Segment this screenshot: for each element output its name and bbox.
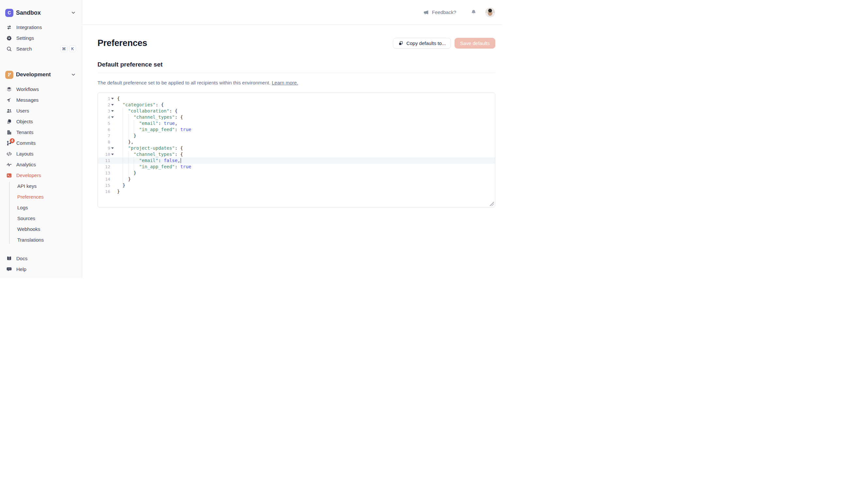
sidebar-subitem-sources[interactable]: Sources: [0, 213, 82, 224]
json-code-editor[interactable]: 1{2 "categories": {3 "collaboration": {4…: [97, 93, 495, 207]
code-text: },: [115, 139, 134, 145]
code-text: "email": true,: [115, 120, 177, 126]
fold-arrow-icon[interactable]: [110, 151, 115, 157]
sidebar-item-label: Messages: [16, 97, 76, 103]
sidebar-item-developers[interactable]: Developers: [0, 170, 82, 181]
code-text: }: [115, 176, 131, 182]
environment-switcher[interactable]: Development: [0, 68, 82, 81]
fold-gutter: [110, 176, 115, 182]
section-description: The default preference set to be applied…: [97, 80, 495, 85]
line-number: 8: [98, 139, 110, 145]
line-number: 14: [98, 176, 110, 182]
line-number: 5: [98, 120, 110, 126]
text-cursor: [181, 158, 181, 163]
fold-arrow-icon[interactable]: [110, 108, 115, 114]
main-content: Preferences Copy defaults to... Save def…: [82, 25, 502, 278]
fold-arrow-icon[interactable]: [110, 95, 115, 102]
sidebar-item-label: Analytics: [16, 162, 76, 167]
fold-gutter: [110, 182, 115, 188]
search-icon: [6, 46, 12, 52]
environment-name: Development: [16, 71, 71, 78]
avatar[interactable]: [485, 7, 495, 17]
fold-gutter: [110, 139, 115, 145]
line-number: 16: [98, 188, 110, 195]
code-line-12: 12 "in_app_feed": true: [98, 164, 495, 170]
bell-icon[interactable]: [470, 9, 477, 15]
feedback-button[interactable]: Feedback?: [423, 9, 456, 15]
sidebar-item-commits[interactable]: 4Commits: [0, 138, 82, 148]
sidebar-item-layouts[interactable]: Layouts: [0, 148, 82, 159]
line-number: 10: [98, 151, 110, 157]
fold-gutter: [110, 126, 115, 133]
sidebar-item-objects[interactable]: Objects: [0, 116, 82, 127]
line-number: 1: [98, 95, 110, 102]
sidebar-subitem-webhooks[interactable]: Webhooks: [0, 224, 82, 235]
fold-gutter: [110, 120, 115, 126]
sidebar-item-label: Users: [16, 108, 76, 114]
sidebar-item-label: Commits: [16, 140, 76, 146]
workspace-switcher[interactable]: C Sandbox: [0, 6, 82, 19]
building-icon: [6, 129, 12, 135]
save-defaults-button[interactable]: Save defaults: [455, 38, 495, 49]
line-number: 7: [98, 133, 110, 139]
sidebar-item-users[interactable]: Users: [0, 105, 82, 116]
sidebar-item-label: Objects: [16, 119, 76, 124]
code-line-1: 1{: [98, 95, 495, 102]
code-text: "in_app_feed": true: [115, 164, 191, 170]
sidebar-subitem-translations[interactable]: Translations: [0, 235, 82, 245]
resize-handle-icon[interactable]: [490, 202, 494, 206]
sidebar-item-workflows[interactable]: Workflows: [0, 84, 82, 95]
code-line-16: 16}: [98, 188, 495, 195]
code-text: "in_app_feed": true: [115, 126, 191, 133]
description-text: The default preference set to be applied…: [97, 80, 270, 85]
pulse-icon: [6, 162, 12, 168]
sidebar-item-docs[interactable]: Docs: [0, 253, 82, 264]
sidebar-item-settings[interactable]: Settings: [0, 33, 82, 43]
code-line-4: 4 "channel_types": {: [98, 114, 495, 120]
code-line-13: 13 }: [98, 170, 495, 176]
sidebar-subitem-api-keys[interactable]: API keys: [0, 181, 82, 191]
code-text: {: [115, 95, 120, 102]
code-line-8: 8 },: [98, 139, 495, 145]
code-text: }: [115, 133, 136, 139]
line-number: 12: [98, 164, 110, 170]
terminal-icon: [6, 173, 12, 178]
copy-defaults-button[interactable]: Copy defaults to...: [393, 38, 451, 49]
line-number: 15: [98, 182, 110, 188]
sidebar-subitem-logs[interactable]: Logs: [0, 202, 82, 213]
sidebar: C Sandbox IntegrationsSettingsSearch⌘K D…: [0, 0, 82, 278]
subnav-indent-line: [9, 182, 10, 244]
chat-icon: [6, 266, 12, 272]
code-text: "collaboration": {: [115, 108, 177, 114]
learn-more-link[interactable]: Learn more.: [272, 80, 298, 85]
shortcut-key: ⌘: [60, 45, 67, 52]
sidebar-item-label: Search: [16, 46, 60, 52]
shortcut-key: K: [69, 45, 76, 52]
code-line-11: 11 "email": false,: [98, 157, 495, 164]
fold-arrow-icon[interactable]: [110, 102, 115, 108]
send-icon: [6, 97, 12, 103]
commit-icon: 4: [6, 140, 12, 146]
objects-icon: [6, 119, 12, 125]
code-line-10: 10 "channel_types": {: [98, 151, 495, 157]
fold-gutter: [110, 157, 115, 164]
git-branch-icon: [5, 71, 13, 79]
code-text: "channel_types": {: [115, 114, 183, 120]
sidebar-item-help[interactable]: Help: [0, 264, 82, 275]
layers-icon: [6, 86, 12, 92]
sidebar-item-search[interactable]: Search⌘K: [0, 43, 82, 54]
workspace-logo: C: [5, 9, 13, 17]
sidebar-item-tenants[interactable]: Tenants: [0, 127, 82, 138]
sidebar-item-label: Help: [16, 266, 76, 272]
fold-gutter: [110, 188, 115, 195]
code-line-7: 7 }: [98, 133, 495, 139]
fold-arrow-icon[interactable]: [110, 114, 115, 120]
copy-icon: [398, 41, 403, 46]
sidebar-item-messages[interactable]: Messages: [0, 95, 82, 105]
line-number: 13: [98, 170, 110, 176]
fold-arrow-icon[interactable]: [110, 145, 115, 151]
sidebar-item-integrations[interactable]: Integrations: [0, 22, 82, 33]
page-title: Preferences: [97, 38, 147, 48]
sidebar-item-analytics[interactable]: Analytics: [0, 159, 82, 170]
sidebar-subitem-preferences[interactable]: Preferences: [0, 191, 82, 202]
